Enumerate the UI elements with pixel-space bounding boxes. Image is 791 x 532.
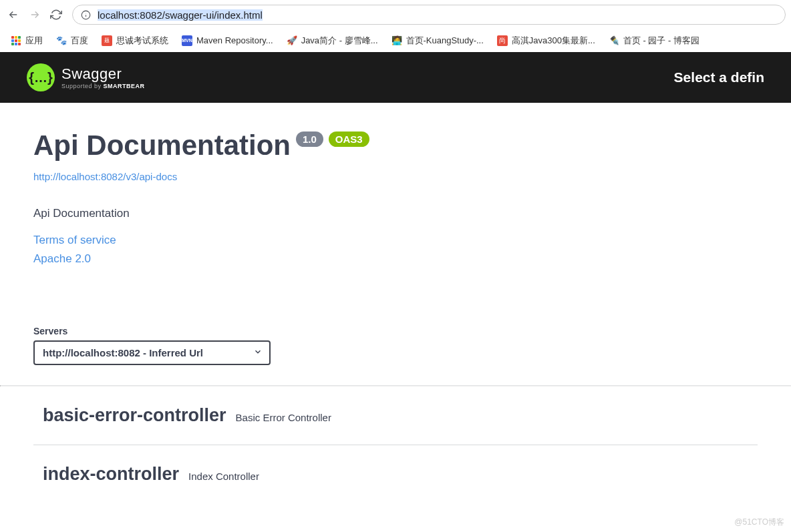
bookmark-label: Java简介 - 廖雪峰... — [301, 35, 378, 47]
bookmarks-bar: 应用 🐾 百度 题 思诚考试系统 MVN Maven Repository...… — [0, 29, 791, 52]
bookmark-kuangstudy[interactable]: 🧑‍💻 首页-KuangStudy-... — [386, 32, 489, 49]
apps-bookmark[interactable]: 应用 — [5, 32, 48, 49]
info-section: Api Documentation 1.0 OAS3 http://localh… — [0, 103, 791, 266]
cnblogs-icon: ✒️ — [609, 35, 619, 46]
swagger-icon: {…} — [27, 63, 55, 91]
bookmark-shang[interactable]: 尚 高淇Java300集最新... — [492, 32, 601, 49]
apps-label: 应用 — [25, 35, 43, 47]
api-docs-link[interactable]: http://localhost:8082/v3/api-docs — [33, 171, 177, 182]
swagger-supported-by: Supported by SMARTBEAR — [61, 83, 145, 89]
controller-desc: Index Controller — [188, 471, 259, 482]
swagger-logo[interactable]: {…} Swagger Supported by SMARTBEAR — [27, 63, 145, 91]
bookmark-baidu[interactable]: 🐾 百度 — [51, 32, 94, 49]
select-definition-label: Select a defin — [674, 69, 764, 85]
site-info-icon[interactable] — [81, 10, 91, 20]
bookmark-sicheng[interactable]: 题 思诚考试系统 — [96, 32, 174, 49]
watermark: @51CTO博客 — [734, 517, 784, 528]
reload-button[interactable] — [48, 7, 64, 23]
controller-basic-error[interactable]: basic-error-controller Basic Error Contr… — [33, 386, 758, 445]
maven-icon: MVN — [182, 35, 192, 46]
forward-button[interactable] — [27, 7, 43, 23]
bookmark-label: 高淇Java300集最新... — [512, 35, 595, 47]
bookmark-label: Maven Repository... — [196, 35, 273, 45]
kuang-icon: 🧑‍💻 — [391, 35, 402, 46]
oas-badge: OAS3 — [329, 131, 369, 147]
api-description: Api Documentation — [33, 207, 758, 220]
controller-name: basic-error-controller — [43, 405, 226, 426]
bookmark-java-liao[interactable]: 🚀 Java简介 - 廖雪峰... — [281, 32, 383, 49]
shang-icon: 尚 — [497, 35, 508, 46]
api-title: Api Documentation — [33, 129, 291, 162]
rocket-icon: 🚀 — [287, 35, 297, 46]
servers-label: Servers — [33, 326, 758, 336]
apps-icon — [11, 35, 21, 46]
back-button[interactable] — [5, 7, 21, 23]
controllers-list: basic-error-controller Basic Error Contr… — [0, 386, 791, 503]
controller-name: index-controller — [43, 464, 179, 485]
license-link[interactable]: Apache 2.0 — [33, 252, 758, 266]
bookmark-label: 首页 - 园子 - 博客园 — [623, 35, 699, 47]
browser-toolbar: localhost:8082/swagger-ui/index.html — [0, 0, 791, 29]
terms-of-service-link[interactable]: Terms of service — [33, 234, 758, 247]
servers-select[interactable]: http://localhost:8082 - Inferred Url — [33, 340, 271, 365]
bookmark-label: 百度 — [71, 35, 88, 47]
sicheng-icon: 题 — [102, 35, 112, 46]
url-text: localhost:8082/swagger-ui/index.html — [98, 9, 263, 21]
bookmark-label: 思诚考试系统 — [116, 35, 168, 47]
bookmark-cnblogs[interactable]: ✒️ 首页 - 园子 - 博客园 — [603, 32, 705, 49]
controller-desc: Basic Error Controller — [236, 412, 331, 423]
controller-index[interactable]: index-controller Index Controller — [33, 445, 758, 503]
swagger-brand-text: Swagger — [61, 65, 145, 83]
bookmark-label: 首页-KuangStudy-... — [406, 35, 484, 47]
version-badge: 1.0 — [296, 131, 323, 147]
baidu-icon: 🐾 — [56, 35, 67, 46]
bookmark-maven[interactable]: MVN Maven Repository... — [176, 33, 279, 49]
swagger-header: {…} Swagger Supported by SMARTBEAR Selec… — [0, 52, 791, 103]
servers-section: Servers http://localhost:8082 - Inferred… — [0, 326, 791, 385]
address-bar[interactable]: localhost:8082/swagger-ui/index.html — [72, 5, 786, 25]
